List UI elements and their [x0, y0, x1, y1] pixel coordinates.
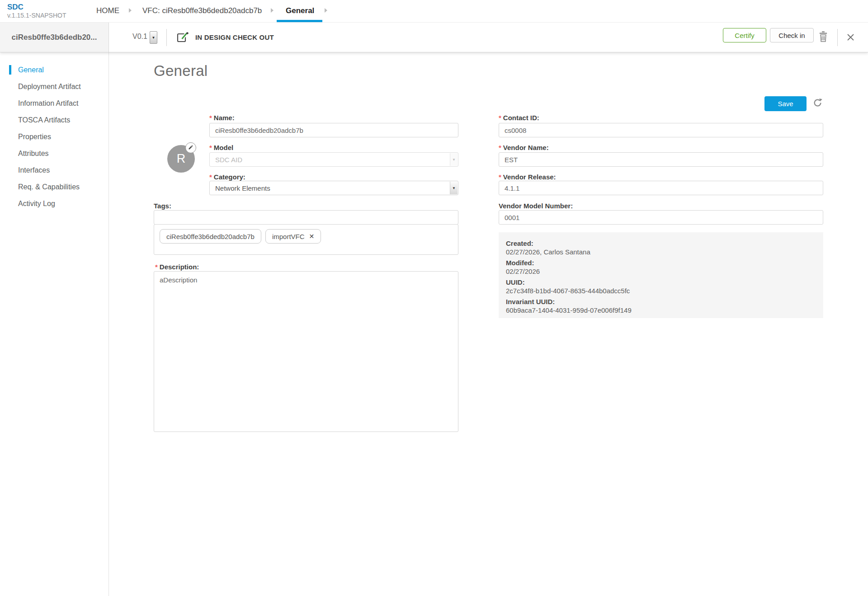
vendor-release-input[interactable]	[499, 181, 823, 195]
meta-label: Invariant UUID:	[506, 297, 816, 306]
tag-chip-label: ciResb0ffe3b6dedb20adcb7b	[166, 233, 255, 240]
edit-avatar-button[interactable]	[185, 142, 196, 153]
sidebar-item-label: Req. & Capabilities	[18, 183, 80, 191]
vendor-model-number-input[interactable]	[499, 210, 823, 225]
sidebar-item-interfaces[interactable]: Interfaces	[0, 162, 108, 178]
meta-invariant-uuid: Invariant UUID: 60b9aca7-1404-4031-959d-…	[506, 297, 816, 314]
sidebar-item-label: Properties	[18, 133, 51, 141]
meta-modified: Modifed: 02/27/2026	[506, 258, 816, 276]
vendor-name-input[interactable]	[499, 152, 823, 167]
sidebar-item-req-capabilities[interactable]: Req. & Capabilities	[0, 178, 108, 195]
sidebar-item-general[interactable]: General	[0, 61, 108, 78]
meta-label: Modifed:	[506, 258, 816, 267]
tags-label: Tags:	[154, 202, 171, 210]
required-mark: *	[209, 144, 212, 151]
page-title: General	[154, 62, 208, 80]
contact-id-input[interactable]	[499, 123, 823, 137]
sidebar-item-label: Information Artifact	[18, 99, 78, 108]
check-out-icon	[176, 31, 189, 45]
sidebar-item-label: Deployment Artifact	[18, 83, 81, 91]
divider	[166, 29, 167, 46]
breadcrumb-general-active[interactable]: General	[286, 6, 314, 15]
avatar-letter: R	[177, 152, 186, 166]
model-select[interactable]: SDC AID ▼	[209, 152, 458, 167]
version-label: V0.1	[132, 33, 147, 41]
sidebar-item-information-artifact[interactable]: Information Artifact	[0, 95, 108, 112]
sidebar-item-label: Interfaces	[18, 166, 50, 174]
category-select-value: Network Elements	[215, 184, 270, 192]
model-label: *Model	[209, 144, 233, 151]
sidebar-item-activity-log[interactable]: Activity Log	[0, 195, 108, 212]
main-content: General Save R *Name: *Model SDC AID ▼	[109, 52, 868, 596]
sdc-app: SDC v.1.15.1-SNAPSHOT HOME VFC: ciResb0f…	[0, 0, 868, 596]
sidebar-item-properties[interactable]: Properties	[0, 128, 108, 145]
meta-label: Created:	[506, 239, 816, 248]
lifecycle-status-text: IN DESIGN CHECK OUT	[195, 33, 274, 41]
sidebar-nav: General Deployment Artifact Information …	[0, 52, 108, 212]
left-sidebar: General Deployment Artifact Information …	[0, 52, 109, 596]
category-select[interactable]: Network Elements ▼	[209, 181, 458, 195]
vendor-model-number-label: Vendor Model Number:	[499, 202, 573, 210]
tags-chip-list: ciResb0ffe3b6dedb20adcb7b importVFC ✕	[154, 224, 458, 255]
required-mark: *	[155, 263, 158, 271]
name-input[interactable]	[209, 123, 458, 137]
chevron-right-icon	[325, 8, 327, 13]
certify-button[interactable]: Certify	[723, 28, 766, 42]
vendor-release-label: *Vendor Release:	[499, 173, 556, 181]
required-mark: *	[209, 114, 212, 122]
revert-button[interactable]	[812, 98, 823, 110]
contact-id-label: *Contact ID:	[499, 114, 539, 122]
description-label: *Description:	[155, 263, 199, 271]
logo-version: v.1.15.1-SNAPSHOT	[7, 12, 66, 19]
entity-name: ciResb0ffe3b6dedb20...	[12, 33, 97, 42]
save-button[interactable]: Save	[764, 96, 807, 111]
meta-value: 02/27/2026, Carlos Santana	[506, 248, 816, 256]
meta-value: 2c7c34f8-b1bd-4067-8635-444b0adcc5fc	[506, 286, 816, 295]
required-mark: *	[499, 173, 501, 181]
tags-input[interactable]	[154, 210, 458, 225]
tag-chip-label: importVFC	[272, 233, 305, 240]
pencil-icon	[188, 144, 193, 152]
description-textarea[interactable]: aDescription	[154, 271, 458, 432]
remove-tag-icon[interactable]: ✕	[309, 233, 315, 240]
workspace-toolbar: ciResb0ffe3b6dedb20... V0.1 ▼ IN DESIGN …	[0, 23, 868, 52]
delete-button[interactable]	[818, 31, 828, 44]
trash-icon	[818, 36, 828, 44]
sidebar-item-label: TOSCA Artifacts	[18, 116, 70, 124]
meta-value: 60b9aca7-1404-4031-959d-07e006f9f149	[506, 306, 816, 314]
active-indicator-bar	[9, 65, 11, 75]
refresh-icon	[812, 102, 823, 109]
dropdown-arrow-icon: ▼	[450, 153, 458, 166]
sidebar-item-label: Activity Log	[18, 200, 55, 208]
check-in-button[interactable]: Check in	[770, 28, 814, 42]
vendor-name-label: *Vendor Name:	[499, 144, 549, 151]
divider	[837, 29, 838, 46]
tag-chip: importVFC ✕	[265, 229, 321, 244]
top-header: SDC v.1.15.1-SNAPSHOT HOME VFC: ciResb0f…	[0, 0, 868, 23]
app-logo: SDC v.1.15.1-SNAPSHOT	[7, 3, 66, 19]
breadcrumb-vfc[interactable]: VFC: ciResb0ffe3b6dedb20adcb7b	[142, 6, 262, 15]
sidebar-item-attributes[interactable]: Attributes	[0, 145, 108, 162]
meta-value: 02/27/2026	[506, 267, 816, 276]
sidebar-item-label: General	[18, 66, 44, 74]
logo-title: SDC	[7, 3, 66, 12]
sidebar-item-deployment-artifact[interactable]: Deployment Artifact	[0, 78, 108, 95]
dropdown-arrow-icon: ▼	[450, 182, 458, 194]
chevron-right-icon	[129, 8, 132, 13]
close-icon	[846, 35, 855, 43]
sidebar-item-label: Attributes	[18, 150, 49, 158]
sidebar-item-tosca-artifacts[interactable]: TOSCA Artifacts	[0, 112, 108, 128]
entity-name-box: ciResb0ffe3b6dedb20...	[0, 23, 109, 52]
required-mark: *	[499, 144, 501, 151]
version-select[interactable]: ▼	[150, 31, 157, 44]
required-mark: *	[209, 173, 212, 181]
model-select-value: SDC AID	[215, 156, 242, 164]
category-label: *Category:	[209, 173, 245, 181]
chevron-right-icon	[271, 8, 274, 13]
meta-created: Created: 02/27/2026, Carlos Santana	[506, 239, 816, 256]
tag-chip: ciResb0ffe3b6dedb20adcb7b	[160, 229, 261, 244]
close-button[interactable]	[846, 33, 855, 43]
required-mark: *	[499, 114, 501, 122]
dropdown-arrow-icon: ▼	[152, 36, 156, 40]
breadcrumb-home[interactable]: HOME	[96, 6, 119, 15]
